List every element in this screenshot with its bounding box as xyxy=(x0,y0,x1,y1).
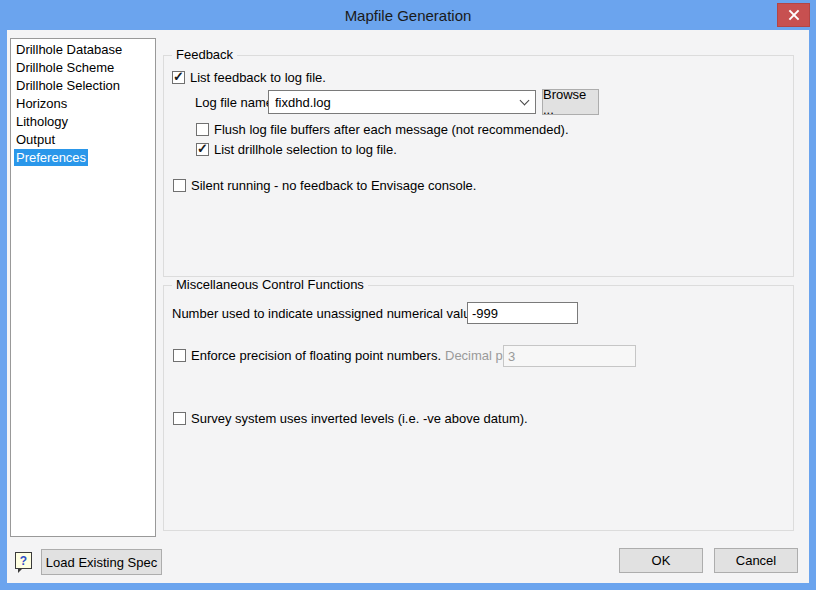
decimal-places-input xyxy=(503,345,636,367)
load-existing-spec-button[interactable]: Load Existing Spec xyxy=(41,549,162,575)
sidebar-item-output[interactable]: Output xyxy=(11,131,155,149)
list-feedback-checkbox[interactable] xyxy=(172,71,185,84)
inverted-levels-checkbox[interactable] xyxy=(173,412,186,425)
enforce-precision-checkbox[interactable] xyxy=(173,349,186,362)
flush-buffers-checkbox[interactable] xyxy=(196,123,209,136)
list-selection-checkbox[interactable] xyxy=(196,143,209,156)
ok-button[interactable]: OK xyxy=(619,548,703,573)
silent-running-label[interactable]: Silent running - no feedback to Envisage… xyxy=(191,178,476,193)
silent-running-row: Silent running - no feedback to Envisage… xyxy=(173,178,476,193)
log-file-name-combobox[interactable] xyxy=(268,90,536,114)
silent-running-checkbox[interactable] xyxy=(173,179,186,192)
inverted-levels-row: Survey system uses inverted levels (i.e.… xyxy=(173,411,528,426)
log-file-name-label: Log file name xyxy=(195,95,273,110)
inverted-levels-label[interactable]: Survey system uses inverted levels (i.e.… xyxy=(191,411,528,426)
sidebar-item-lithology[interactable]: Lithology xyxy=(11,113,155,131)
sidebar-item-drillhole-database[interactable]: Drillhole Database xyxy=(11,41,155,59)
list-selection-label[interactable]: List drillhole selection to log file. xyxy=(214,142,397,157)
chevron-down-icon[interactable] xyxy=(513,91,535,113)
sidebar-listbox[interactable]: Drillhole Database Drillhole Scheme Dril… xyxy=(10,38,156,537)
window-title: Mapfile Generation xyxy=(345,7,472,24)
misc-legend: Miscellaneous Control Functions xyxy=(172,277,368,293)
sidebar-item-horizons[interactable]: Horizons xyxy=(11,95,155,113)
sidebar-item-drillhole-selection[interactable]: Drillhole Selection xyxy=(11,77,155,95)
close-icon[interactable] xyxy=(777,3,810,27)
browse-button[interactable]: Browse ... xyxy=(542,89,599,115)
help-icon[interactable]: ? xyxy=(15,552,32,569)
log-file-name-input[interactable] xyxy=(269,92,513,112)
cancel-button[interactable]: Cancel xyxy=(714,548,798,573)
flush-buffers-label[interactable]: Flush log file buffers after each messag… xyxy=(214,122,569,137)
sidebar-item-preferences[interactable]: Preferences xyxy=(11,149,155,167)
unassigned-values-input[interactable] xyxy=(467,302,578,324)
enforce-precision-row: Enforce precision of floating point numb… xyxy=(173,348,441,363)
feedback-legend: Feedback xyxy=(172,47,237,63)
list-feedback-label[interactable]: List feedback to log file. xyxy=(190,70,326,85)
feedback-groupbox: Feedback xyxy=(163,55,794,277)
sidebar-item-drillhole-scheme[interactable]: Drillhole Scheme xyxy=(11,59,155,77)
titlebar[interactable]: Mapfile Generation xyxy=(0,0,816,30)
unassigned-values-label: Number used to indicate unassigned numer… xyxy=(172,306,484,321)
enforce-precision-label[interactable]: Enforce precision of floating point numb… xyxy=(191,348,441,363)
list-selection-row: List drillhole selection to log file. xyxy=(196,142,397,157)
list-feedback-row: List feedback to log file. xyxy=(172,70,326,85)
flush-buffers-row: Flush log file buffers after each messag… xyxy=(196,122,569,137)
mapfile-generation-dialog: Mapfile Generation Drillhole Database Dr… xyxy=(0,0,816,590)
